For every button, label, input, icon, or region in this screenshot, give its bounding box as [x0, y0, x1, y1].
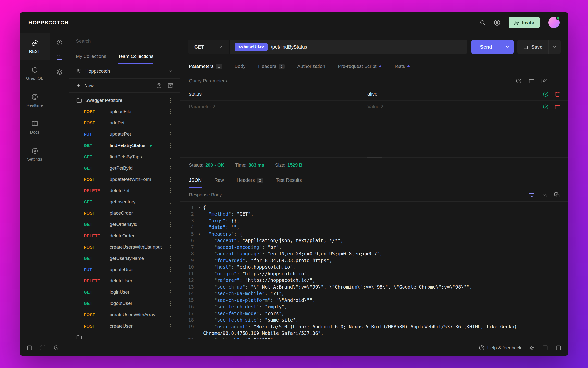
kebab-menu-icon[interactable]: ⋮ [166, 177, 174, 182]
interceptor-icon[interactable] [529, 345, 535, 351]
request-item-deletepet[interactable]: DELETE deletePet ⋮ [69, 185, 180, 196]
nav-item-realtime[interactable]: Realtime [20, 87, 50, 114]
kebab-menu-icon[interactable]: ⋮ [166, 188, 174, 193]
send-button[interactable]: Send [471, 40, 514, 54]
request-item-getinventory[interactable]: GET getInventory ⋮ [69, 196, 180, 208]
response-tab-json[interactable]: JSON [189, 173, 202, 188]
wrap-lines-icon[interactable] [529, 192, 534, 197]
request-tab-parameters[interactable]: Parameters 1 [189, 59, 222, 74]
nav-item-graphql[interactable]: GraphQL [20, 60, 50, 87]
request-tab-headers[interactable]: Headers 2 [258, 59, 285, 74]
request-tab-authorization[interactable]: Authorization [297, 59, 325, 74]
save-options-caret[interactable] [548, 40, 561, 54]
download-icon[interactable] [541, 192, 547, 197]
send-options-caret[interactable] [501, 40, 514, 54]
delete-param-icon[interactable] [555, 104, 560, 110]
response-tab-raw[interactable]: Raw [214, 173, 224, 188]
request-tab-tests[interactable]: Tests [394, 59, 410, 74]
nav-item-docs[interactable]: Docs [20, 114, 50, 141]
request-item-uploadfile[interactable]: POST uploadFile ⋮ [69, 106, 180, 117]
kebab-menu-icon[interactable]: ⋮ [166, 233, 174, 238]
url-input[interactable]: <<baseUrl>> /pet/findByStatus [230, 40, 467, 54]
request-item-loginuser[interactable]: GET loginUser ⋮ [69, 287, 180, 298]
help-feedback-button[interactable]: Help & feedback [479, 345, 521, 351]
collection-folder[interactable]: Swagger Petstore ⋮ [69, 95, 180, 106]
team-selector[interactable]: Hoppscotch [69, 64, 180, 79]
new-button[interactable]: New [76, 83, 94, 88]
collections-icon[interactable] [57, 54, 62, 60]
param-value-input[interactable]: alive [361, 88, 537, 100]
kebab-menu-icon[interactable]: ⋮ [166, 199, 174, 205]
shield-check-icon[interactable] [53, 345, 59, 351]
avatar[interactable] [548, 17, 560, 28]
help-icon[interactable] [516, 78, 521, 84]
request-item-updatepet[interactable]: PUT updatePet ⋮ [69, 129, 180, 140]
environments-icon[interactable] [57, 69, 62, 75]
response-body-code[interactable]: 1 ▾ { 2 "method": "GET", 3 "args": {}, 4… [180, 202, 568, 339]
param-value-input[interactable]: Value 2 [361, 101, 537, 113]
kebab-menu-icon[interactable]: ⋮ [166, 323, 174, 329]
kebab-menu-icon[interactable]: ⋮ [166, 165, 174, 171]
nav-item-settings[interactable]: Settings [20, 141, 50, 168]
request-item-getuserbyname[interactable]: GET getUserByName ⋮ [69, 253, 180, 264]
request-item-createuserswithlistinput[interactable]: POST createUsersWithListInput ⋮ [69, 241, 180, 253]
expand-icon[interactable] [40, 345, 46, 351]
fold-arrow-icon[interactable]: ▾ [196, 204, 203, 211]
request-item-placeorder[interactable]: POST placeOrder ⋮ [69, 208, 180, 219]
search-input[interactable] [76, 39, 173, 44]
request-item-deleteuser[interactable]: DELETE deleteUser ⋮ [69, 275, 180, 287]
request-item-findpetsbytags[interactable]: GET findPetsByTags ⋮ [69, 151, 180, 162]
delete-param-icon[interactable] [555, 92, 560, 97]
layout-columns-icon[interactable] [542, 345, 548, 351]
request-tab-pre-request-script[interactable]: Pre-request Script [338, 59, 381, 74]
pane-resizer[interactable] [180, 157, 568, 158]
request-item-findpetsbystatus[interactable]: GET findPetsByStatus ⋮ [69, 140, 180, 151]
kebab-menu-icon[interactable]: ⋮ [166, 278, 174, 284]
history-icon[interactable] [57, 40, 62, 46]
toggle-right-panel-icon[interactable] [556, 345, 561, 351]
search-icon[interactable] [480, 20, 486, 26]
request-tab-body[interactable]: Body [235, 59, 245, 74]
archive-icon[interactable] [168, 83, 173, 88]
kebab-menu-icon[interactable]: ⋮ [166, 143, 174, 148]
kebab-menu-icon[interactable]: ⋮ [166, 154, 174, 159]
collection-folder[interactable] [69, 332, 180, 339]
request-item-updateuser[interactable]: PUT updateUser ⋮ [69, 264, 180, 275]
request-item-createuser[interactable]: POST createUser ⋮ [69, 320, 180, 332]
toggle-sidebar-icon[interactable] [27, 345, 32, 351]
help-icon[interactable] [156, 83, 162, 88]
request-item-getpetbyid[interactable]: GET getPetById ⋮ [69, 162, 180, 174]
kebab-menu-icon[interactable]: ⋮ [166, 120, 174, 126]
param-key-input[interactable]: status [180, 88, 361, 100]
request-item-addpet[interactable]: POST addPet ⋮ [69, 117, 180, 129]
collections-tab-my-collections[interactable]: My Collections [70, 49, 112, 64]
request-item-logoutuser[interactable]: GET logoutUser ⋮ [69, 298, 180, 309]
request-item-updatepetwithform[interactable]: POST updatePetWithForm ⋮ [69, 174, 180, 185]
add-param-icon[interactable] [554, 78, 560, 84]
clear-all-icon[interactable] [529, 78, 534, 84]
invite-button[interactable]: Invite [509, 17, 540, 28]
kebab-menu-icon[interactable]: ⋮ [166, 222, 174, 227]
kebab-menu-icon[interactable]: ⋮ [166, 244, 174, 250]
kebab-menu-icon[interactable]: ⋮ [166, 98, 174, 103]
response-tab-test-results[interactable]: Test Results [276, 173, 302, 188]
request-item-deleteorder[interactable]: DELETE deleteOrder ⋮ [69, 230, 180, 241]
method-select[interactable]: GET [188, 40, 230, 54]
save-button[interactable]: Save [517, 40, 561, 54]
copy-icon[interactable] [554, 192, 560, 197]
collections-tab-team-collections[interactable]: Team Collections [112, 49, 159, 64]
kebab-menu-icon[interactable]: ⋮ [166, 312, 174, 317]
nav-item-rest[interactable]: REST [20, 33, 50, 60]
request-item-getorderbyid[interactable]: GET getOrderById ⋮ [69, 219, 180, 230]
toggle-param-icon[interactable] [543, 104, 548, 110]
kebab-menu-icon[interactable]: ⋮ [166, 301, 174, 306]
kebab-menu-icon[interactable]: ⋮ [166, 267, 174, 272]
request-item-createuserswitharrayinput[interactable]: POST createUsersWithArrayInput ⋮ [69, 309, 180, 320]
fold-arrow-icon[interactable]: ▾ [196, 231, 203, 237]
param-key-input[interactable]: Parameter 2 [180, 101, 361, 113]
kebab-menu-icon[interactable]: ⋮ [166, 210, 174, 216]
kebab-menu-icon[interactable]: ⋮ [166, 289, 174, 295]
bulk-edit-icon[interactable] [541, 78, 547, 84]
kebab-menu-icon[interactable]: ⋮ [166, 256, 174, 261]
kebab-menu-icon[interactable]: ⋮ [166, 109, 174, 114]
